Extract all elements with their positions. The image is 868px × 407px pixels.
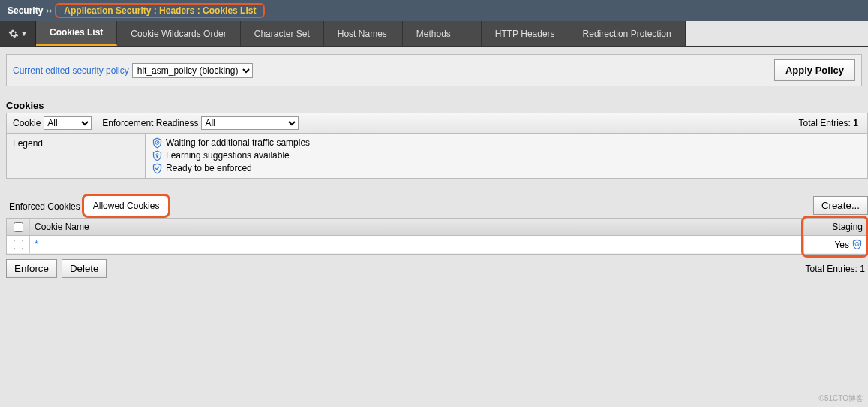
create-button[interactable]: Create...: [813, 196, 868, 215]
column-staging-label: Staging: [832, 222, 863, 232]
svg-point-1: [156, 154, 158, 156]
cookie-table: Cookie Name Staging * Yes: [6, 218, 868, 255]
tab-label: Cookie Wildcards Order: [131, 29, 226, 39]
cookie-filter-label: Cookie: [13, 118, 41, 128]
column-cookie-name[interactable]: Cookie Name: [29, 219, 803, 235]
tab-host-names[interactable]: Host Names: [324, 21, 403, 46]
legend-label: Legend: [7, 134, 146, 178]
legend-row: Legend Waiting for additional traffic sa…: [6, 134, 868, 179]
footer-total-label: Total Entries:: [806, 264, 857, 274]
tab-label: Methods: [416, 29, 451, 39]
legend-item-ready: Ready to be enforced: [152, 162, 310, 175]
tab-methods[interactable]: Methods: [403, 21, 482, 46]
column-staging[interactable]: Staging: [803, 219, 867, 235]
total-label: Total Entries:: [799, 118, 851, 128]
breadcrumb-separator-icon: ››: [46, 5, 52, 16]
gear-icon: [8, 29, 19, 39]
total-entries-label: Total Entries: 1: [799, 118, 858, 128]
tab-label: HTTP Headers: [495, 29, 555, 39]
filter-bar: Cookie All Enforcement Readiness All Tot…: [6, 113, 868, 134]
cookie-filter-select[interactable]: All: [44, 116, 92, 130]
tab-bar: ▼ Cookies List Cookie Wildcards Order Ch…: [0, 21, 868, 47]
row-checkbox[interactable]: [14, 240, 23, 249]
tab-label: Character Set: [254, 29, 310, 39]
section-title: Cookies: [6, 100, 868, 111]
shield-lightbulb-icon: [152, 150, 163, 161]
shield-clock-icon: [851, 239, 863, 250]
tab-cookie-wildcards-order[interactable]: Cookie Wildcards Order: [117, 21, 240, 46]
allowed-cookies-tab[interactable]: Allowed Cookies: [82, 194, 171, 218]
cookie-name-link[interactable]: *: [35, 239, 38, 249]
table-header: Cookie Name Staging: [7, 219, 867, 236]
legend-body: Waiting for additional traffic samples L…: [146, 134, 316, 178]
staging-value: Yes: [834, 240, 849, 250]
row-staging-cell: Yes: [803, 236, 867, 253]
breadcrumb-root[interactable]: Security: [8, 5, 43, 16]
total-value: 1: [853, 118, 858, 128]
tab-http-headers[interactable]: HTTP Headers: [482, 21, 569, 46]
policy-left: Current edited security policy hit_asm_p…: [13, 63, 253, 78]
row-name-cell: *: [29, 236, 803, 253]
apply-policy-button[interactable]: Apply Policy: [774, 59, 855, 81]
tab-character-set[interactable]: Character Set: [241, 21, 324, 46]
subtabs-row: Enforced Cookies Allowed Cookies Create.…: [6, 194, 868, 218]
legend-item-learning: Learning suggestions available: [152, 149, 310, 162]
gear-menu[interactable]: ▼: [0, 21, 36, 46]
table-row: * Yes: [7, 236, 867, 254]
legend-text: Ready to be enforced: [166, 162, 252, 175]
tab-redirection-protection[interactable]: Redirection Protection: [569, 21, 686, 46]
footer-total-value: 1: [860, 264, 865, 274]
readiness-filter-label: Enforcement Readiness: [102, 118, 198, 128]
tab-cookies-list[interactable]: Cookies List: [36, 21, 117, 46]
tab-label: Redirection Protection: [583, 29, 671, 39]
shield-check-icon: [152, 163, 163, 174]
legend-text: Waiting for additional traffic samples: [166, 137, 310, 149]
row-check-cell: [7, 236, 29, 253]
action-row: Enforce Delete Total Entries: 1: [6, 259, 868, 278]
footer-total: Total Entries: 1: [806, 264, 865, 274]
tabbar-filler: [686, 21, 868, 46]
watermark: ©51CTO博客: [819, 393, 863, 404]
select-all-checkbox[interactable]: [14, 222, 23, 232]
select-all-cell: [7, 219, 29, 235]
legend-item-waiting: Waiting for additional traffic samples: [152, 137, 310, 149]
breadcrumb-path[interactable]: Application Security : Headers : Cookies…: [55, 3, 265, 18]
chevron-down-icon: ▼: [21, 30, 28, 38]
enforced-cookies-tab[interactable]: Enforced Cookies: [6, 201, 80, 218]
readiness-filter-select[interactable]: All: [201, 116, 299, 130]
policy-label: Current edited security policy: [13, 65, 129, 76]
tab-label: Host Names: [338, 29, 387, 39]
legend-text: Learning suggestions available: [166, 149, 290, 162]
tab-label: Cookies List: [50, 27, 103, 38]
breadcrumb-bar: Security ›› Application Security : Heade…: [0, 0, 868, 21]
delete-button[interactable]: Delete: [62, 259, 107, 278]
enforce-button[interactable]: Enforce: [6, 259, 57, 278]
policy-bar: Current edited security policy hit_asm_p…: [6, 54, 862, 86]
policy-select[interactable]: hit_asm_policy (blocking): [132, 63, 253, 78]
shield-clock-icon: [152, 137, 163, 149]
